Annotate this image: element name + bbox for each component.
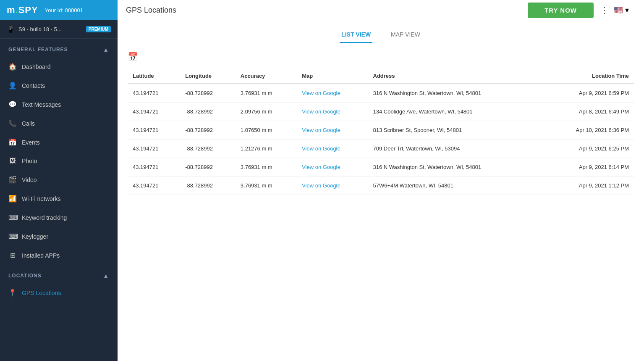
sidebar-item-wifi[interactable]: 📶 Wi-Fi networks bbox=[0, 189, 118, 208]
general-chevron-icon: ▲ bbox=[103, 46, 109, 53]
sidebar-item-keyword-tracking[interactable]: ⌨ Keyword tracking bbox=[0, 208, 118, 227]
cell-latitude: 43.194721 bbox=[128, 121, 180, 140]
gps-locations-icon: 📍 bbox=[8, 289, 17, 297]
cell-address: 57W6+4M Watertown, WI, 54801 bbox=[368, 177, 542, 195]
sidebar-item-contacts[interactable]: 👤 Contacts bbox=[0, 76, 118, 95]
logo: m.SPY bbox=[7, 5, 38, 16]
col-address: Address bbox=[368, 69, 542, 84]
cell-map-link[interactable]: View on Google bbox=[297, 158, 368, 177]
keylogger-icon: ⌨ bbox=[8, 232, 17, 240]
cell-map-link[interactable]: View on Google bbox=[297, 140, 368, 158]
cell-longitude: -88.728992 bbox=[180, 158, 236, 177]
device-row: 📱 S9 - build 18 - 5... PREMIUM bbox=[0, 20, 118, 39]
premium-badge: PREMIUM bbox=[86, 26, 111, 32]
sidebar-item-video[interactable]: 🎬 Video bbox=[0, 170, 118, 189]
tab-map-view[interactable]: MAP VIEW bbox=[389, 27, 422, 43]
cell-location-time: Apr 8, 2021 6:49 PM bbox=[541, 103, 634, 121]
sidebar-item-calls[interactable]: 📞 Calls bbox=[0, 114, 118, 133]
cell-latitude: 43.194721 bbox=[128, 140, 180, 158]
cell-address: 813 Scribner St, Spooner, WI, 54801 bbox=[368, 121, 542, 140]
col-accuracy: Accuracy bbox=[236, 69, 297, 84]
cell-accuracy: 1.21276 m m bbox=[236, 140, 297, 158]
tabs-bar: LIST VIEW MAP VIEW bbox=[118, 20, 644, 43]
calls-icon: 📞 bbox=[8, 119, 17, 127]
calendar-icon[interactable]: 📅 bbox=[128, 52, 634, 62]
cell-location-time: Apr 9, 2021 6:14 PM bbox=[541, 158, 634, 177]
sidebar-label-dashboard: Dashboard bbox=[22, 63, 51, 70]
sidebar-item-installed-apps[interactable]: ⊞ Installed APPs bbox=[0, 246, 118, 265]
cell-address: 316 N Washington St, Watertown, WI, 5480… bbox=[368, 158, 542, 177]
photo-icon: 🖼 bbox=[8, 157, 17, 165]
cell-map-link[interactable]: View on Google bbox=[297, 84, 368, 103]
cell-longitude: -88.728992 bbox=[180, 140, 236, 158]
logo-area: m.SPY Your Id: 000001 bbox=[0, 0, 118, 20]
wifi-icon: 📶 bbox=[8, 195, 17, 203]
cell-longitude: -88.728992 bbox=[180, 177, 236, 195]
cell-map-link[interactable]: View on Google bbox=[297, 121, 368, 140]
sidebar-item-events[interactable]: 📅 Events bbox=[0, 133, 118, 152]
sidebar-item-dashboard[interactable]: 🏠 Dashboard bbox=[0, 57, 118, 76]
cell-longitude: -88.728992 bbox=[180, 84, 236, 103]
gps-table: Latitude Longitude Accuracy Map Address … bbox=[128, 69, 634, 195]
keyword-tracking-icon: ⌨ bbox=[8, 213, 17, 221]
sidebar-item-photo[interactable]: 🖼 Photo bbox=[0, 152, 118, 170]
sidebar-item-gps-locations[interactable]: 📍 GPS Locations bbox=[0, 283, 118, 302]
events-icon: 📅 bbox=[8, 138, 17, 146]
device-icon: 📱 bbox=[7, 25, 15, 33]
sidebar-label-video: Video bbox=[22, 177, 37, 183]
col-latitude: Latitude bbox=[128, 69, 180, 84]
tab-list-view[interactable]: LIST VIEW bbox=[340, 27, 372, 43]
try-now-button[interactable]: TRY NOW bbox=[528, 3, 594, 18]
cell-map-link[interactable]: View on Google bbox=[297, 103, 368, 121]
sidebar-item-keylogger[interactable]: ⌨ Keylogger bbox=[0, 227, 118, 246]
cell-accuracy: 3.76931 m m bbox=[236, 84, 297, 103]
device-name: S9 - build 18 - 5... bbox=[18, 26, 83, 32]
table-row: 43.194721 -88.728992 3.76931 m m View on… bbox=[128, 177, 634, 195]
sidebar-label-calls: Calls bbox=[22, 120, 35, 127]
cell-location-time: Apr 9, 2021 6:59 PM bbox=[541, 84, 634, 103]
table-row: 43.194721 -88.728992 1.21276 m m View on… bbox=[128, 140, 634, 158]
cell-latitude: 43.194721 bbox=[128, 84, 180, 103]
table-area: 📅 Latitude Longitude Accuracy Map Addres… bbox=[118, 43, 644, 203]
cell-location-time: Apr 9, 2021 6:25 PM bbox=[541, 140, 634, 158]
header-main: GPS Locations TRY NOW ⋮ 🇺🇸 ▾ bbox=[118, 0, 644, 20]
main-content: LIST VIEW MAP VIEW 📅 Latitude Longitude … bbox=[118, 20, 644, 361]
flag-icon[interactable]: 🇺🇸 ▾ bbox=[614, 5, 629, 15]
sidebar-label-text-messages: Text Messages bbox=[22, 101, 61, 108]
cell-address: 316 N Washington St, Watertown, WI, 5480… bbox=[368, 84, 542, 103]
cell-map-link[interactable]: View on Google bbox=[297, 177, 368, 195]
col-location-time: Location Time bbox=[541, 69, 634, 84]
table-row: 43.194721 -88.728992 3.76931 m m View on… bbox=[128, 158, 634, 177]
cell-latitude: 43.194721 bbox=[128, 158, 180, 177]
sidebar-label-contacts: Contacts bbox=[22, 82, 45, 89]
cell-latitude: 43.194721 bbox=[128, 103, 180, 121]
page-title: GPS Locations bbox=[126, 6, 528, 15]
installed-apps-icon: ⊞ bbox=[8, 251, 17, 259]
cell-longitude: -88.728992 bbox=[180, 103, 236, 121]
cell-address: 134 Coolidge Ave, Watertown, WI, 54801 bbox=[368, 103, 542, 121]
cell-accuracy: 1.07650 m m bbox=[236, 121, 297, 140]
sidebar-label-keylogger: Keylogger bbox=[22, 233, 48, 240]
locations-section: LOCATIONS ▲ bbox=[0, 268, 118, 283]
sidebar: 📱 S9 - build 18 - 5... PREMIUM GENERAL F… bbox=[0, 20, 118, 361]
sidebar-item-text-messages[interactable]: 💬 Text Messages bbox=[0, 95, 118, 114]
table-row: 43.194721 -88.728992 3.76931 m m View on… bbox=[128, 84, 634, 103]
cell-longitude: -88.728992 bbox=[180, 121, 236, 140]
table-row: 43.194721 -88.728992 2.09756 m m View on… bbox=[128, 103, 634, 121]
sidebar-label-installed-apps: Installed APPs bbox=[22, 252, 60, 259]
sidebar-label-wifi: Wi-Fi networks bbox=[22, 195, 61, 202]
col-longitude: Longitude bbox=[180, 69, 236, 84]
sidebar-label-events: Events bbox=[22, 139, 40, 146]
dashboard-icon: 🏠 bbox=[8, 63, 17, 71]
cell-location-time: Apr 10, 2021 6:36 PM bbox=[541, 121, 634, 140]
cell-location-time: Apr 9, 2021 1:12 PM bbox=[541, 177, 634, 195]
sidebar-label-photo: Photo bbox=[22, 158, 37, 164]
general-features-section: GENERAL FEATURES ▲ bbox=[0, 42, 118, 57]
table-row: 43.194721 -88.728992 1.07650 m m View on… bbox=[128, 121, 634, 140]
more-options-icon[interactable]: ⋮ bbox=[600, 5, 609, 15]
cell-accuracy: 2.09756 m m bbox=[236, 103, 297, 121]
sidebar-label-gps-locations: GPS Locations bbox=[22, 290, 61, 296]
cell-accuracy: 3.76931 m m bbox=[236, 177, 297, 195]
cell-address: 709 Deer Trl, Watertown, WI, 53094 bbox=[368, 140, 542, 158]
user-id: Your Id: 000001 bbox=[45, 7, 83, 13]
